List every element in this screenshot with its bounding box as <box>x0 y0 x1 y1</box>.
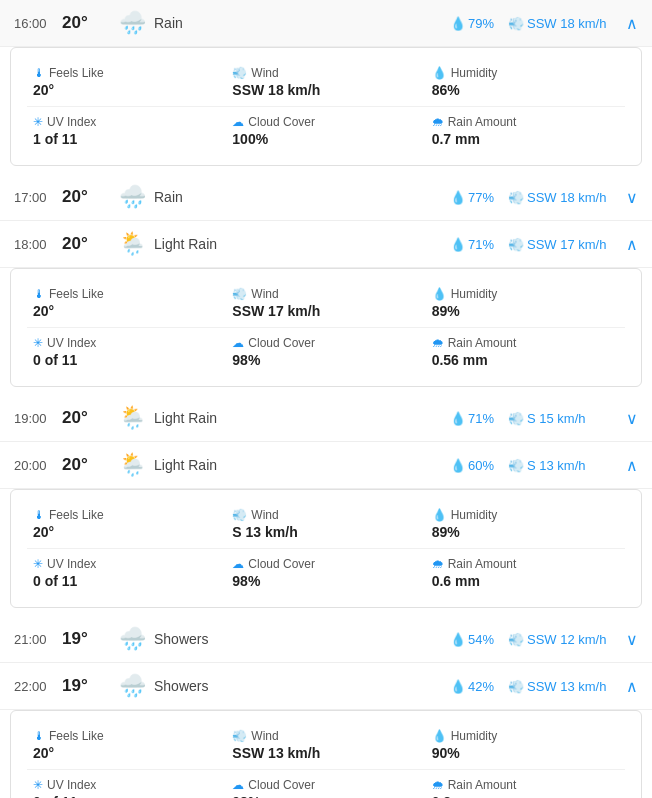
rain-amount-label: 🌧 Rain Amount <box>432 115 619 129</box>
rain-amount-value: 0.7 mm <box>432 131 619 147</box>
detail-panel: 🌡 Feels Like 20° 💨 Wind SSW 18 km/h 💧 <box>10 47 642 166</box>
feels-like-cell: 🌡 Feels Like 20° <box>27 500 226 549</box>
humidity-cell: 💧 Humidity 89% <box>426 279 625 328</box>
cloud-value: 98% <box>232 352 419 368</box>
hour-desc: Light Rain <box>150 457 450 473</box>
uv-label: ✳ UV Index <box>33 778 220 792</box>
cloud-cell: ☁ Cloud Cover 100% <box>226 107 425 155</box>
feels-like-value: 20° <box>33 745 220 761</box>
feels-like-cell: 🌡 Feels Like 20° <box>27 721 226 770</box>
rain-amount-value: 0.56 mm <box>432 352 619 368</box>
detail-panel: 🌡 Feels Like 20° 💨 Wind SSW 13 km/h 💧 <box>10 710 642 798</box>
thermometer-icon: 🌡 <box>33 66 45 80</box>
expand-chevron[interactable]: ∧ <box>618 456 638 475</box>
uv-label: ✳ UV Index <box>33 336 220 350</box>
wind-label: 💨 Wind <box>232 508 419 522</box>
humidity-label: 💧 Humidity <box>432 508 619 522</box>
wind-value: SSW 12 km/h <box>527 632 606 647</box>
hour-time: 18:00 <box>14 237 62 252</box>
wind-detail-icon: 💨 <box>232 729 247 743</box>
wind-icon: 💨 <box>508 411 524 426</box>
rain-amount-cell: 🌧 Rain Amount 0.6 mm <box>426 549 625 597</box>
cloud-icon: ☁ <box>232 778 244 792</box>
uv-icon: ✳ <box>33 115 43 129</box>
humidity-icon: 💧 <box>432 729 447 743</box>
hour-desc: Light Rain <box>150 410 450 426</box>
hour-precip: 💧 71% <box>450 237 508 252</box>
feels-like-label: 🌡 Feels Like <box>33 66 220 80</box>
wind-value: S 15 km/h <box>527 411 586 426</box>
wind-detail-icon: 💨 <box>232 508 247 522</box>
humidity-cell: 💧 Humidity 89% <box>426 500 625 549</box>
expand-chevron[interactable]: ∧ <box>618 235 638 254</box>
hour-temp: 19° <box>62 629 114 649</box>
hour-row[interactable]: 18:00 20° 🌦️ Light Rain 💧 71% 💨 SSW 17 k… <box>0 221 652 268</box>
precip-value: 60% <box>468 458 494 473</box>
wind-cell: 💨 Wind SSW 18 km/h <box>226 58 425 107</box>
wind-icon: 💨 <box>508 679 524 694</box>
detail-panel: 🌡 Feels Like 20° 💨 Wind SSW 17 km/h 💧 <box>10 268 642 387</box>
hour-row[interactable]: 21:00 19° 🌧️ Showers 💧 54% 💨 SSW 12 km/h… <box>0 616 652 663</box>
feels-like-cell: 🌡 Feels Like 20° <box>27 279 226 328</box>
uv-label: ✳ UV Index <box>33 115 220 129</box>
cloud-value: 100% <box>232 131 419 147</box>
weather-icon: 🌧️ <box>114 626 150 652</box>
hour-wind: 💨 SSW 12 km/h <box>508 632 618 647</box>
cloud-icon: ☁ <box>232 115 244 129</box>
wind-value: SSW 17 km/h <box>527 237 606 252</box>
humidity-label: 💧 Humidity <box>432 66 619 80</box>
cloud-value: 98% <box>232 573 419 589</box>
wind-value: SSW 18 km/h <box>527 16 606 31</box>
hour-temp: 20° <box>62 408 114 428</box>
humidity-value: 89% <box>432 524 619 540</box>
precip-icon: 💧 <box>450 458 466 473</box>
rain-amount-label: 🌧 Rain Amount <box>432 557 619 571</box>
expand-chevron[interactable]: ∧ <box>618 677 638 696</box>
uv-value: 0 of 11 <box>33 573 220 589</box>
expand-chevron[interactable]: ∨ <box>618 188 638 207</box>
cloud-icon: ☁ <box>232 557 244 571</box>
hour-row[interactable]: 19:00 20° 🌦️ Light Rain 💧 71% 💨 S 15 km/… <box>0 395 652 442</box>
hour-temp: 20° <box>62 234 114 254</box>
humidity-value: 86% <box>432 82 619 98</box>
hour-desc: Light Rain <box>150 236 450 252</box>
cloud-label: ☁ Cloud Cover <box>232 115 419 129</box>
hour-wind: 💨 SSW 13 km/h <box>508 679 618 694</box>
uv-label: ✳ UV Index <box>33 557 220 571</box>
uv-value: 0 of 11 <box>33 794 220 798</box>
uv-icon: ✳ <box>33 557 43 571</box>
detail-panel: 🌡 Feels Like 20° 💨 Wind S 13 km/h 💧 H <box>10 489 642 608</box>
hour-precip: 💧 71% <box>450 411 508 426</box>
hour-row[interactable]: 22:00 19° 🌧️ Showers 💧 42% 💨 SSW 13 km/h… <box>0 663 652 710</box>
expand-chevron[interactable]: ∨ <box>618 630 638 649</box>
thermometer-icon: 🌡 <box>33 729 45 743</box>
rain-amount-label: 🌧 Rain Amount <box>432 778 619 792</box>
wind-label: 💨 Wind <box>232 66 419 80</box>
humidity-icon: 💧 <box>432 508 447 522</box>
precip-icon: 💧 <box>450 632 466 647</box>
cloud-cell: ☁ Cloud Cover 98% <box>226 770 425 798</box>
precip-icon: 💧 <box>450 237 466 252</box>
cloud-label: ☁ Cloud Cover <box>232 557 419 571</box>
hour-time: 22:00 <box>14 679 62 694</box>
cloud-value: 98% <box>232 794 419 798</box>
feels-like-value: 20° <box>33 524 220 540</box>
hour-row[interactable]: 20:00 20° 🌦️ Light Rain 💧 60% 💨 S 13 km/… <box>0 442 652 489</box>
thermometer-icon: 🌡 <box>33 508 45 522</box>
weather-icon: 🌧️ <box>114 184 150 210</box>
hour-row[interactable]: 16:00 20° 🌧️ Rain 💧 79% 💨 SSW 18 km/h ∧ <box>0 0 652 47</box>
wind-label: 💨 Wind <box>232 729 419 743</box>
hour-row[interactable]: 17:00 20° 🌧️ Rain 💧 77% 💨 SSW 18 km/h ∨ <box>0 174 652 221</box>
feels-like-value: 20° <box>33 303 220 319</box>
wind-detail-value: SSW 17 km/h <box>232 303 419 319</box>
humidity-label: 💧 Humidity <box>432 729 619 743</box>
hour-precip: 💧 60% <box>450 458 508 473</box>
humidity-value: 89% <box>432 303 619 319</box>
hour-time: 21:00 <box>14 632 62 647</box>
hour-desc: Rain <box>150 15 450 31</box>
expand-chevron[interactable]: ∧ <box>618 14 638 33</box>
precip-icon: 💧 <box>450 679 466 694</box>
hour-wind: 💨 S 15 km/h <box>508 411 618 426</box>
hour-precip: 💧 79% <box>450 16 508 31</box>
expand-chevron[interactable]: ∨ <box>618 409 638 428</box>
